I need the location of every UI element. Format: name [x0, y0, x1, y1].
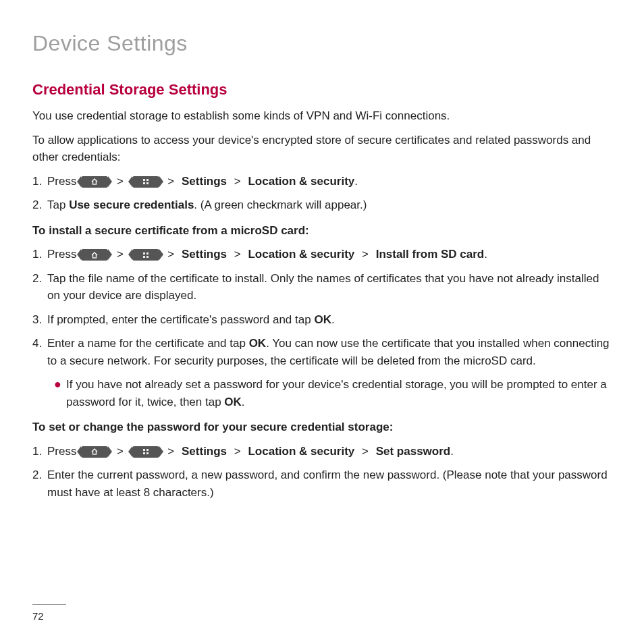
- svg-rect-6: [143, 256, 145, 258]
- nav-settings: Settings: [182, 445, 227, 458]
- step-body: If prompted, enter the certificate's pas…: [47, 311, 612, 329]
- home-key-icon: [81, 176, 108, 188]
- bullet-icon: ●: [54, 376, 66, 410]
- nav-settings: Settings: [182, 175, 227, 188]
- breadcrumb-separator: >: [362, 248, 369, 261]
- step-b1: 1. Press > > Settings > Location & secur…: [32, 443, 612, 460]
- step-a1: 1. Press > > Settings > Location & secur…: [32, 246, 612, 263]
- step-number: 3.: [32, 311, 47, 329]
- step-body: Tap the file name of the certificate to …: [47, 270, 612, 304]
- step-body: Press > > Settings > Location & security…: [47, 246, 612, 263]
- breadcrumb-separator: >: [234, 175, 241, 188]
- bullet-body: If you have not already set a password f…: [66, 376, 612, 410]
- step-number: 1.: [32, 443, 47, 460]
- step-number: 1.: [32, 246, 47, 263]
- text: . (A green checkmark will appear.): [194, 198, 367, 211]
- text: .: [331, 313, 335, 326]
- step-a2: 2. Tap the file name of the certificate …: [32, 270, 612, 304]
- page-number: 72: [32, 609, 66, 624]
- step-body: Enter the current password, a new passwo…: [47, 466, 612, 501]
- text: If you have not already set a password f…: [66, 378, 607, 408]
- breadcrumb-separator: >: [234, 445, 241, 458]
- intro-paragraph-2: To allow applications to access your dev…: [32, 132, 612, 166]
- period: .: [484, 248, 487, 261]
- bold-text: Use secure credentials: [69, 198, 194, 211]
- footer-rule: [32, 604, 66, 605]
- breadcrumb-separator: >: [117, 445, 124, 458]
- breadcrumb-separator: >: [234, 248, 241, 261]
- breadcrumb-separator: >: [117, 248, 124, 261]
- breadcrumb-separator: >: [362, 445, 369, 458]
- text-press: Press: [47, 445, 76, 458]
- step-body: Enter a name for the certificate and tap…: [47, 335, 612, 369]
- text-press: Press: [47, 175, 76, 188]
- svg-rect-2: [143, 182, 145, 184]
- svg-rect-8: [143, 449, 145, 451]
- nav-location-security: Location & security: [248, 248, 354, 261]
- section-title: Credential Storage Settings: [32, 78, 612, 101]
- breadcrumb-separator: >: [117, 175, 124, 188]
- bold-ok: OK: [224, 396, 242, 408]
- breadcrumb-separator: >: [167, 445, 174, 458]
- svg-rect-9: [146, 449, 149, 451]
- page-footer: 72: [32, 604, 66, 624]
- svg-rect-10: [143, 452, 145, 454]
- step-2: 2. Tap Use secure credentials. (A green …: [32, 196, 612, 214]
- page-title: Device Settings: [32, 27, 612, 59]
- nav-location-security: Location & security: [248, 445, 354, 458]
- text: If prompted, enter the certificate's pas…: [47, 313, 314, 326]
- step-1: 1. Press > > Settings > Location & secur…: [32, 173, 612, 190]
- bold-ok: OK: [314, 313, 331, 326]
- home-key-icon: [81, 249, 108, 261]
- bold-ok: OK: [249, 337, 267, 350]
- text: Enter a name for the certificate and tap: [47, 337, 249, 350]
- svg-rect-4: [143, 252, 145, 254]
- step-body: Press > > Settings > Location & security…: [47, 443, 612, 460]
- breadcrumb-separator: >: [167, 175, 174, 188]
- nav-settings: Settings: [182, 248, 227, 261]
- text: Tap: [47, 198, 69, 211]
- menu-key-icon: [132, 249, 159, 261]
- step-number: 4.: [32, 335, 47, 369]
- step-b2: 2. Enter the current password, a new pas…: [32, 466, 612, 501]
- nav-set-password: Set password: [376, 445, 451, 458]
- menu-key-icon: [132, 176, 159, 188]
- svg-rect-11: [146, 452, 149, 454]
- text: .: [242, 396, 245, 408]
- sub-heading-install: To install a secure certificate from a m…: [32, 222, 612, 240]
- step-number: 2.: [32, 196, 47, 214]
- period: .: [354, 175, 358, 188]
- step-number: 2.: [32, 466, 47, 501]
- svg-rect-0: [143, 179, 145, 181]
- svg-rect-1: [146, 179, 149, 181]
- step-number: 2.: [32, 270, 47, 304]
- intro-paragraph-1: You use credential storage to establish …: [32, 107, 612, 125]
- home-key-icon: [81, 446, 108, 458]
- period: .: [450, 445, 454, 458]
- bullet-item: ● If you have not already set a password…: [54, 376, 612, 410]
- step-a3: 3. If prompted, enter the certificate's …: [32, 311, 612, 329]
- breadcrumb-separator: >: [167, 248, 174, 261]
- nav-location-security: Location & security: [248, 175, 354, 188]
- step-body: Tap Use secure credentials. (A green che…: [47, 196, 612, 214]
- step-body: Press > > Settings > Location & security…: [47, 173, 612, 190]
- svg-rect-7: [146, 256, 149, 258]
- step-number: 1.: [32, 173, 47, 190]
- svg-rect-3: [146, 182, 149, 184]
- step-a4: 4. Enter a name for the certificate and …: [32, 335, 612, 369]
- text-press: Press: [47, 248, 76, 261]
- nav-install-sd: Install from SD card: [376, 248, 485, 261]
- svg-rect-5: [146, 252, 149, 254]
- menu-key-icon: [132, 446, 159, 458]
- sub-heading-set-password: To set or change the password for your s…: [32, 419, 612, 436]
